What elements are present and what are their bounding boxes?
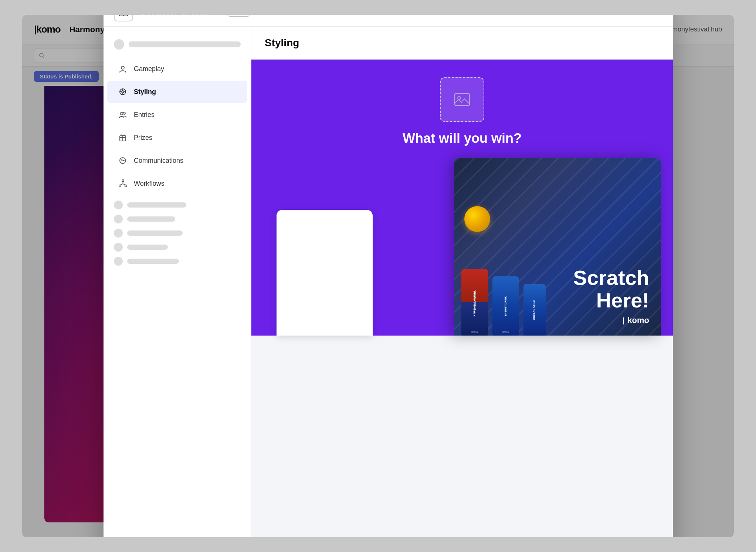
can-1-size: 350ml (471, 331, 478, 333)
scratch-heading: Scratch Here! (573, 266, 649, 312)
placeholder-row-2 (114, 215, 241, 223)
svg-rect-19 (119, 185, 121, 187)
placeholder-line (129, 41, 241, 47)
styling-icon (118, 87, 128, 97)
can-1-sublabel: ENERGY DRINK (474, 287, 476, 314)
can-3: ENERGY DRINK (523, 284, 546, 336)
gameplay-icon (118, 64, 128, 74)
sidebar-item-gameplay[interactable]: Gameplay (107, 58, 247, 80)
styling-label: Styling (134, 88, 156, 96)
entries-icon (118, 110, 128, 120)
main-content: Styling (251, 27, 673, 537)
ph-circle-5 (114, 257, 123, 266)
disco-ball (464, 206, 490, 232)
sidebar-item-workflows[interactable]: Workflows (107, 172, 247, 195)
scratch-text: Scratch Here! (573, 266, 649, 324)
modal-header: Scratch & Win Draft (104, 15, 673, 27)
sidebar-item-communications[interactable]: Communications (107, 149, 247, 172)
sidebar: Gameplay (104, 27, 251, 537)
placeholder-row-3 (114, 229, 241, 238)
ph-circle-2 (114, 215, 123, 223)
communications-label: Communications (134, 157, 183, 165)
scratch-line2: Here! (596, 289, 649, 312)
svg-rect-18 (122, 180, 124, 182)
can-3-label: ENERGY DRINK (533, 300, 536, 320)
scratch-card: XTREME CHARGE ENERGY DRINK 350ml (454, 158, 661, 336)
workflows-label: Workflows (134, 180, 165, 188)
ph-circle-4 (114, 243, 123, 252)
ph-line-4 (127, 245, 168, 250)
placeholder-row-4 (114, 243, 241, 252)
can-brand-text: XTREME CHARGE ENERGY DRINK (461, 299, 488, 306)
sidebar-item-styling[interactable]: Styling (107, 81, 247, 103)
ph-circle-3 (114, 229, 123, 238)
placeholder-row-5 (114, 257, 241, 266)
svg-rect-20 (125, 185, 127, 187)
workflows-icon (118, 178, 128, 189)
preview-headline: What will you win? (403, 131, 522, 146)
gameplay-label: Gameplay (134, 65, 164, 73)
svg-point-13 (123, 112, 125, 114)
komo-brand-text: komo (627, 316, 649, 325)
content-header: Styling (251, 27, 673, 60)
ph-circle-1 (114, 201, 123, 209)
modal-body: Gameplay (104, 27, 673, 537)
content-title: Styling (265, 37, 660, 49)
modal-game-icon (114, 15, 133, 21)
can-2-label: ENERGY DRINK (504, 296, 507, 316)
can-2: ENERGY DRINK 350ml (492, 276, 519, 336)
sidebar-nav: Gameplay (104, 58, 251, 195)
placeholder-row-1 (114, 201, 241, 209)
ph-line-2 (127, 216, 175, 222)
svg-point-5 (121, 66, 124, 69)
preview-area: What will you win? (251, 60, 673, 336)
svg-rect-22 (455, 94, 469, 105)
can-2-size: 350ml (502, 331, 509, 333)
preview-card: What will you win? (251, 60, 673, 336)
communications-icon (118, 155, 128, 166)
komo-k: | (623, 316, 625, 325)
cans-area: XTREME CHARGE ENERGY DRINK 350ml (454, 269, 553, 336)
sidebar-item-prizes[interactable]: Prizes (107, 127, 247, 149)
scratch-line1: Scratch (573, 266, 649, 289)
modal-overlay: Scratch & Win Draft (22, 15, 734, 537)
preview-image-placeholder (440, 77, 484, 122)
svg-point-7 (122, 91, 124, 93)
ph-line-3 (127, 230, 183, 236)
draft-badge: Draft (228, 15, 250, 17)
modal: Scratch & Win Draft (104, 15, 673, 537)
ph-line-5 (127, 259, 179, 264)
sidebar-placeholders-bottom (104, 201, 251, 266)
prizes-icon (118, 132, 128, 143)
entries-label: Entries (134, 111, 155, 119)
app-window: |komo Harmony Music Festival Published h… (22, 15, 734, 537)
sidebar-placeholder-top (104, 34, 251, 55)
can-1: XTREME CHARGE ENERGY DRINK 350ml (461, 269, 488, 336)
svg-point-23 (458, 97, 461, 100)
image-placeholder-icon (453, 91, 471, 108)
placeholder-circle (114, 39, 124, 50)
modal-title: Scratch & Win (139, 15, 209, 18)
prizes-label: Prizes (134, 134, 152, 142)
gift-icon (118, 15, 129, 17)
scratch-area: XTREME CHARGE ENERGY DRINK 350ml (263, 158, 661, 336)
ph-line-1 (127, 202, 186, 208)
svg-point-12 (121, 112, 123, 115)
sidebar-item-entries[interactable]: Entries (107, 104, 247, 126)
white-card-preview (277, 210, 373, 336)
komo-branding: | komo (623, 316, 649, 325)
